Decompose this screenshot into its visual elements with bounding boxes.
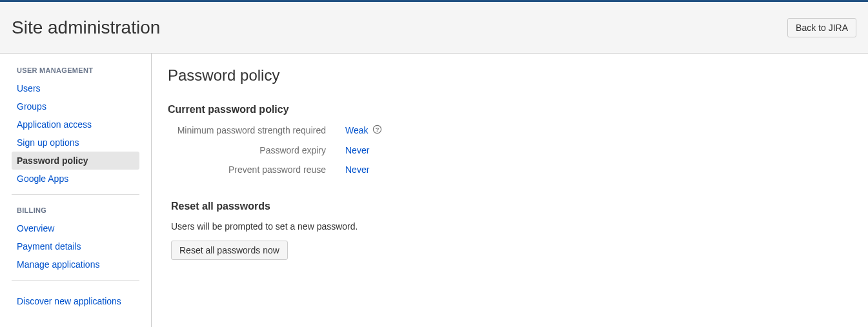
policy-label-strength: Minimum password strength required — [168, 125, 345, 135]
policy-value-reuse[interactable]: Never — [345, 164, 369, 175]
policy-value-expiry[interactable]: Never — [345, 145, 369, 155]
policy-row-expiry: Password expiry Never — [168, 145, 849, 155]
reset-heading: Reset all passwords — [171, 201, 849, 212]
sidebar-list-billing: Overview Payment details Manage applicat… — [12, 219, 139, 273]
sidebar-item-sign-up-options[interactable]: Sign up options — [12, 134, 139, 152]
policy-label-expiry: Password expiry — [168, 145, 345, 155]
reset-section: Reset all passwords Users will be prompt… — [171, 201, 849, 260]
sidebar-item-manage-applications[interactable]: Manage applications — [12, 255, 139, 273]
policy-row-strength: Minimum password strength required Weak … — [168, 124, 849, 136]
page-header: Site administration Back to JIRA — [0, 2, 868, 54]
sidebar-item-google-apps[interactable]: Google Apps — [12, 170, 139, 188]
policy-label-reuse: Prevent password reuse — [168, 164, 345, 175]
policy-value-strength[interactable]: Weak ? — [345, 124, 382, 136]
main-panel: Password policy Current password policy … — [152, 54, 868, 327]
sidebar-item-password-policy[interactable]: Password policy — [12, 152, 139, 170]
sidebar-divider — [12, 194, 139, 195]
policy-table: Minimum password strength required Weak … — [168, 124, 849, 175]
main-title: Password policy — [168, 66, 849, 84]
back-to-jira-button[interactable]: Back to JIRA — [787, 18, 856, 37]
page-title: Site administration — [12, 17, 160, 38]
sidebar-section-billing: BILLING — [12, 206, 139, 214]
sidebar-list-user-management: Users Groups Application access Sign up … — [12, 79, 139, 188]
content-area: USER MANAGEMENT Users Groups Application… — [0, 54, 868, 327]
sidebar-item-application-access[interactable]: Application access — [12, 115, 139, 134]
sidebar-item-payment-details[interactable]: Payment details — [12, 237, 139, 255]
sidebar-item-groups[interactable]: Groups — [12, 97, 139, 115]
reset-all-passwords-button[interactable]: Reset all passwords now — [171, 241, 288, 260]
current-policy-heading: Current password policy — [168, 104, 849, 115]
sidebar-item-overview[interactable]: Overview — [12, 219, 139, 237]
help-icon[interactable]: ? — [372, 124, 382, 136]
svg-text:?: ? — [375, 126, 379, 133]
sidebar: USER MANAGEMENT Users Groups Application… — [0, 54, 152, 327]
sidebar-section-user-management: USER MANAGEMENT — [12, 66, 139, 74]
policy-value-strength-text: Weak — [345, 125, 368, 135]
policy-row-reuse: Prevent password reuse Never — [168, 164, 849, 175]
reset-description: Users will be prompted to set a new pass… — [171, 221, 849, 232]
sidebar-item-users[interactable]: Users — [12, 79, 139, 97]
sidebar-divider — [12, 280, 139, 281]
sidebar-item-discover-new-applications[interactable]: Discover new applications — [12, 292, 139, 310]
sidebar-list-discover: Discover new applications — [12, 292, 139, 310]
